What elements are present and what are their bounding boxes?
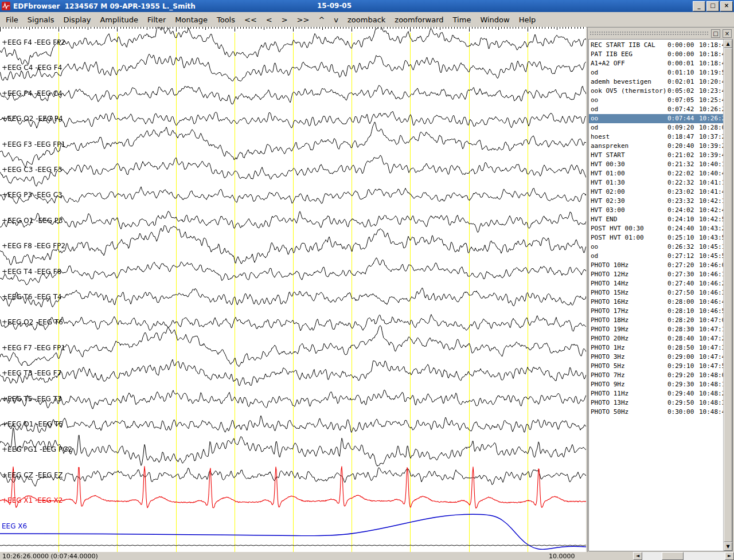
annotation-row[interactable]: PHOTO 12Hz0:27:3010:46:12 [589,270,723,279]
scroll-down-icon[interactable]: ▼ [724,542,732,551]
menu-item-window[interactable]: Window [475,14,514,26]
panel-close-button[interactable]: × [723,29,732,38]
menu-item-shift-up[interactable]: ^ [314,14,329,26]
annotation-row[interactable]: PHOTO 20Hz0:28:4010:47:22 [589,334,723,343]
annotation-row[interactable]: ook OV5 (thermistor)0:05:0210:23:44 [589,87,723,96]
annotation-row[interactable]: POST HVT 00:300:24:4010:43:22 [589,224,723,233]
annotation-onset-time: 0:27:20 [667,261,695,270]
annotation-label: PHOTO 3Hz [589,353,667,362]
annotation-clock-time: 10:46:32 [699,288,723,297]
annotation-onset-time: 0:28:30 [667,325,695,334]
annotation-onset-time: 0:27:40 [667,279,695,288]
annotation-row[interactable]: od0:01:1010:19:52 [589,68,723,77]
annotation-row[interactable]: od0:09:2010:28:02 [589,123,723,132]
annotation-onset-time: 0:29:20 [667,371,695,380]
annotation-scrollbar-thumb[interactable] [724,48,732,542]
annotation-clock-time: 10:39:44 [699,151,723,160]
close-button[interactable]: × [720,1,733,11]
menu-item-help[interactable]: Help [514,14,541,26]
annotation-row[interactable]: HVT 02:300:23:3210:42:14 [589,197,723,206]
annotation-row[interactable]: PAT IIB EEG0:00:0010:18:42 [589,50,723,59]
menu-item-prev-page-fast[interactable]: << [240,14,261,26]
annotation-row[interactable]: PHOTO 17Hz0:28:1010:46:52 [589,307,723,316]
annotation-label: od [589,68,667,77]
annotation-row[interactable]: PHOTO 16Hz0:28:0010:46:42 [589,297,723,307]
menu-item-montage[interactable]: Montage [170,14,212,26]
annotation-row[interactable]: PHOTO 3Hz0:29:0010:47:42 [589,353,723,362]
annotation-row[interactable]: PHOTO 11Hz0:29:4010:48:22 [589,389,723,398]
annotation-onset-time: 0:00:00 [667,41,695,50]
time-scrollbar-thumb[interactable] [662,552,684,560]
menu-item-time[interactable]: Time [448,14,476,26]
annotation-row[interactable]: od0:07:4210:26:24 [589,105,723,114]
menu-item-filter[interactable]: Filter [143,14,170,26]
annotation-row[interactable]: PHOTO 50Hz0:30:0010:48:42 [589,408,723,417]
annotation-row[interactable]: HVT 01:300:22:3210:41:14 [589,178,723,187]
annotation-onset-time: 0:20:40 [667,142,695,151]
menu-item-next-page[interactable]: > [277,14,292,26]
annotation-onset-time: 0:21:02 [667,151,695,160]
annotation-row[interactable]: REC START IIB CAL0:00:0010:18:42 [589,41,723,50]
annotation-row[interactable]: PHOTO 18Hz0:28:2010:47:02 [589,316,723,325]
panel-float-button[interactable]: □ [711,29,720,38]
annotation-row[interactable]: PHOTO 7Hz0:29:2010:48:02 [589,371,723,380]
annotation-row[interactable]: oo0:07:0510:25:47 [589,96,723,105]
annotation-row[interactable]: HVT START0:21:0210:39:44 [589,151,723,160]
annotation-row[interactable]: od0:27:1210:45:54 [589,252,723,261]
annotation-scrollbar[interactable]: ▲ ▼ [723,40,732,551]
annotation-row[interactable]: PHOTO 13Hz0:29:5010:48:32 [589,398,723,408]
menu-item-shift-down[interactable]: v [329,14,343,26]
annotation-row[interactable]: PHOTO 15Hz0:27:5010:46:32 [589,288,723,297]
annotation-onset-time: 0:28:40 [667,334,695,343]
menu-item-display[interactable]: Display [58,14,95,26]
waveform-view[interactable]: +EEG F4 -EEG FP2+EEG C4 -EEG F4+EEG P4 -… [0,27,586,552]
annotations-panel-body: REC START IIB CAL0:00:0010:18:42PAT IIB … [588,39,733,551]
menu-item-signals[interactable]: Signals [23,14,59,26]
annotation-row[interactable]: PHOTO 10Hz0:27:2010:46:02 [589,261,723,270]
scroll-left-icon[interactable]: ◄ [633,552,642,560]
annotation-onset-time: 0:29:40 [667,389,695,398]
annotation-row[interactable]: PHOTO 14Hz0:27:4010:46:22 [589,279,723,288]
annotation-row[interactable]: PHOTO 9Hz0:29:3010:48:12 [589,380,723,389]
annotation-row[interactable]: PHOTO 5Hz0:29:1010:47:52 [589,362,723,371]
annotation-clock-time: 10:39:22 [699,142,723,151]
maximize-button[interactable]: □ [706,1,719,11]
dock-grip[interactable] [589,31,709,36]
annotation-row[interactable]: aanspreken0:20:4010:39:22 [589,142,723,151]
annotation-onset-time: 0:24:02 [667,206,695,215]
scroll-up-icon[interactable]: ▲ [724,40,732,48]
annotation-clock-time: 10:28:02 [699,123,723,132]
menu-item-prev-page[interactable]: < [261,14,277,26]
time-scrollbar-track[interactable] [642,552,725,560]
minimize-button[interactable]: _ [693,1,705,11]
title-clock: 15-09-05 [317,2,352,10]
annotation-row[interactable]: oo0:26:3210:45:14 [589,242,723,252]
annotation-label: od [589,123,667,132]
annotation-clock-time: 10:40:44 [699,169,723,178]
annotations-panel-header[interactable]: □ × [588,28,733,39]
annotation-clock-time: 10:42:52 [699,215,723,224]
annotation-row[interactable]: HVT 03:000:24:0210:42:44 [589,206,723,215]
menu-item-zoomforward[interactable]: zoomforward [390,14,448,26]
waveform-canvas[interactable] [0,27,586,552]
annotation-row[interactable]: PHOTO 19Hz0:28:3010:47:12 [589,325,723,334]
menu-item-tools[interactable]: Tools [212,14,240,26]
annotation-row[interactable]: hoest0:18:4710:37:29 [589,132,723,142]
menu-item-next-page-fast[interactable]: >> [292,14,314,26]
annotation-row[interactable]: PHOTO 1Hz0:28:5010:47:32 [589,343,723,353]
annotation-clock-time: 10:46:52 [699,307,723,316]
time-scrollbar[interactable]: ◄ ► [633,552,734,560]
annotation-row[interactable]: oo0:07:4410:26:26 [589,114,723,123]
annotation-row[interactable]: POST HVT 01:000:25:1010:43:52 [589,233,723,242]
scroll-right-icon[interactable]: ► [725,552,734,560]
menu-item-zoomback[interactable]: zoomback [343,14,390,26]
annotation-row[interactable]: HVT END0:24:1010:42:52 [589,215,723,224]
annotation-row[interactable]: HVT 01:000:22:0210:40:44 [589,169,723,178]
annotation-row[interactable]: HVT 02:000:23:0210:41:44 [589,187,723,197]
menu-item-file[interactable]: File [1,14,23,26]
annotation-row[interactable]: HVT 00:300:21:3210:40:14 [589,160,723,169]
menu-item-amplitude[interactable]: Amplitude [95,14,143,26]
annotation-row[interactable]: ademh bevestigen0:02:0110:20:43 [589,77,723,87]
annotation-onset-time: 0:27:12 [667,252,695,261]
annotation-row[interactable]: A1+A2 OFF0:00:0110:18:43 [589,59,723,68]
